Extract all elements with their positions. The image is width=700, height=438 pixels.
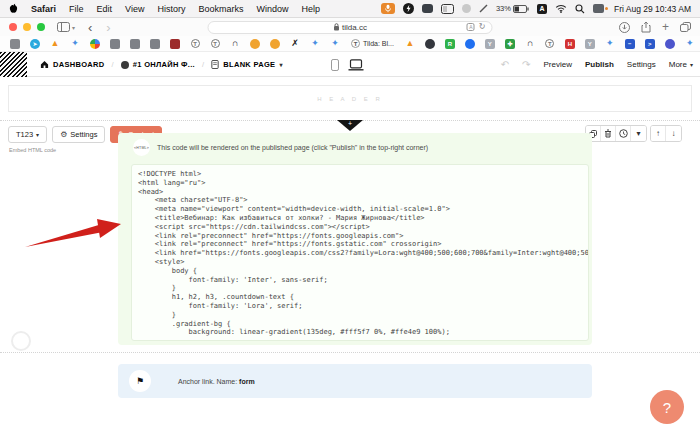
menu-item-history[interactable]: History (157, 4, 185, 14)
favicon[interactable]: ▲ (400, 36, 420, 52)
sidebar-toggle-button[interactable]: ▾ (57, 22, 75, 32)
redo-icon[interactable]: ↷ (522, 60, 530, 70)
settings-button[interactable]: Settings (627, 60, 656, 69)
favicon[interactable]: T (540, 36, 560, 52)
dictation-indicator-icon[interactable] (381, 3, 395, 14)
user-switcher-icon[interactable] (593, 4, 604, 13)
breadcrumb: DASHBOARD / #1 ОНЛАЙН Ф... / BLANK PAGE … (40, 52, 283, 77)
favicon[interactable]: R (440, 36, 460, 52)
favicon[interactable]: T (185, 36, 205, 52)
toolbar-right: + (619, 21, 691, 33)
desktop-view-button[interactable] (348, 59, 364, 71)
favicon[interactable]: T (205, 36, 225, 52)
menu-item-edit[interactable]: Edit (97, 4, 113, 14)
apple-icon[interactable] (9, 3, 18, 14)
favicon[interactable] (165, 36, 185, 52)
menu-item-bookmarks[interactable]: Bookmarks (198, 4, 243, 14)
favicon[interactable]: ✗ (285, 36, 305, 52)
favicon[interactable]: ✚ (500, 36, 520, 52)
menu-item-safari[interactable]: Safari (31, 4, 56, 14)
favicon-glyph: T (545, 39, 554, 48)
favicon[interactable] (460, 36, 480, 52)
move-block-down-button[interactable]: ↓ (666, 126, 681, 141)
preview-button[interactable]: Preview (544, 60, 572, 69)
favicon[interactable] (145, 36, 165, 52)
add-block-button[interactable] (11, 331, 31, 351)
reload-icon[interactable]: ↻ (479, 23, 486, 31)
address-bar[interactable]: tilda.cc A ↻ (208, 21, 493, 34)
favicon[interactable] (125, 36, 145, 52)
share-icon[interactable] (641, 21, 651, 33)
html-code-block[interactable]: <HTML> This code will be rendered on the… (118, 133, 592, 345)
publish-button[interactable]: Publish (585, 60, 614, 69)
move-block-up-button[interactable]: ↑ (651, 126, 666, 141)
tab-overview-icon[interactable] (680, 22, 691, 32)
pencil-menu-icon[interactable] (479, 4, 488, 13)
block-separator (0, 352, 700, 353)
camera-menu-icon[interactable] (462, 4, 471, 13)
favicon[interactable]: ✦ (305, 36, 325, 52)
favicon[interactable]: ✦ (65, 36, 85, 52)
breadcrumb-dashboard[interactable]: DASHBOARD (40, 60, 104, 69)
help-button[interactable]: ? (650, 390, 684, 424)
breadcrumb-page[interactable]: BLANK PAGE ▾ (211, 60, 282, 69)
anchor-link-block[interactable]: ⚑ Anchor link. Name: form (118, 364, 592, 398)
favicon-glyph (465, 39, 475, 49)
search-icon[interactable] (575, 4, 585, 14)
favicon[interactable]: ∩ (225, 36, 245, 52)
forward-button[interactable]: › (106, 21, 110, 34)
new-tab-button[interactable]: + (662, 21, 669, 33)
favicon[interactable] (265, 36, 285, 52)
close-window-button[interactable] (9, 23, 17, 31)
menu-bar-clock[interactable]: Fri Aug 29 10:43 AM (614, 4, 691, 14)
favicon[interactable] (85, 36, 105, 52)
favicon[interactable] (245, 36, 265, 52)
favicon[interactable]: ∩ (520, 36, 540, 52)
minimize-window-button[interactable] (23, 23, 31, 31)
favicon[interactable]: H (560, 36, 580, 52)
display-menu-icon[interactable] (441, 4, 454, 14)
favicon[interactable]: ✦ (325, 36, 345, 52)
favicon[interactable]: Y (580, 36, 600, 52)
bolt-menu-icon[interactable] (403, 3, 414, 14)
wifi-icon[interactable] (555, 4, 567, 13)
favicon[interactable]: ➤ (25, 36, 45, 52)
favicon[interactable]: ✦ (680, 36, 700, 52)
block-id-button[interactable]: T123 ▾ (8, 126, 47, 143)
sidebar-chevron-icon: ▾ (72, 24, 75, 31)
app-menu-icon[interactable] (422, 4, 433, 13)
favicon[interactable] (660, 36, 680, 52)
breadcrumb-project[interactable]: #1 ОНЛАЙН Ф... (121, 60, 195, 69)
menu-item-view[interactable]: View (125, 4, 144, 14)
menu-item-file[interactable]: File (69, 4, 84, 14)
favicon[interactable]: Y (480, 36, 500, 52)
battery-indicator[interactable]: 33% (496, 4, 529, 13)
delete-block-button[interactable] (601, 126, 616, 141)
favicon[interactable] (420, 36, 440, 52)
favicon[interactable]: > (640, 36, 660, 52)
block-settings-button[interactable]: ⚙ Settings (52, 126, 105, 143)
breadcrumb-separator: / (202, 60, 204, 69)
mobile-view-button[interactable] (331, 59, 339, 71)
favicon[interactable]: − (620, 36, 640, 52)
input-source-icon[interactable]: A (537, 4, 547, 14)
block-id-label: T123 (16, 130, 33, 139)
back-button[interactable]: ‹ (88, 21, 92, 34)
translate-icon[interactable]: A (467, 23, 475, 31)
tilda-logo[interactable] (0, 52, 27, 79)
more-button[interactable]: More ▾ (669, 60, 693, 69)
code-editor[interactable]: <!DOCTYPE html> <html lang="ru"> <head> … (131, 164, 589, 341)
favicon[interactable] (5, 36, 25, 52)
favorites-item-tilda[interactable]: TTilda: Bl... (345, 39, 400, 48)
favicon[interactable] (105, 36, 125, 52)
favicon[interactable]: ✦ (600, 36, 620, 52)
undo-icon[interactable]: ↶ (501, 60, 509, 70)
menu-item-window[interactable]: Window (256, 4, 288, 14)
menu-item-help[interactable]: Help (301, 4, 320, 14)
block-more-button[interactable]: ▾ (631, 126, 646, 141)
header-placeholder-block[interactable]: H E A D E R (8, 85, 692, 112)
favicon[interactable]: ▲ (45, 36, 65, 52)
downloads-icon[interactable] (619, 22, 630, 33)
block-history-button[interactable] (616, 126, 631, 141)
zoom-window-button[interactable] (37, 23, 45, 31)
